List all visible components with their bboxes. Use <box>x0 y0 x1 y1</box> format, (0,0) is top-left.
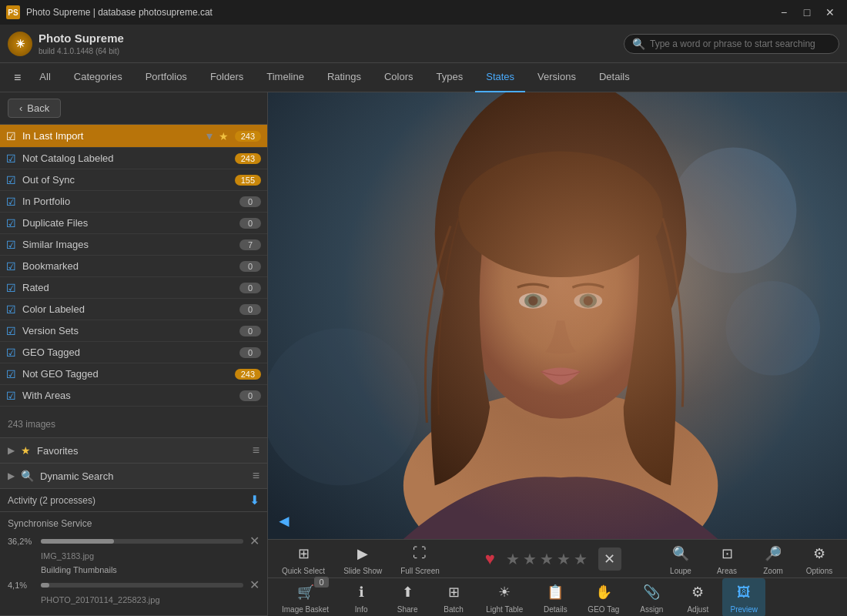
state-item-color-labeled[interactable]: ☑ Color Labeled 0 <box>0 299 267 320</box>
state-item-not-catalog-labeled[interactable]: ☑ Not Catalog Labeled 243 <box>0 148 267 169</box>
star-2[interactable]: ★ <box>523 550 537 568</box>
nav-arrow-left[interactable]: ◄ <box>276 511 293 531</box>
checkbox-icon: ☑ <box>6 174 16 186</box>
image-count: 243 images <box>0 411 267 437</box>
tab-types[interactable]: Types <box>426 63 474 92</box>
menu-icon[interactable]: ≡ <box>253 469 259 483</box>
light-table-button[interactable]: ☀ Light Table <box>478 578 531 616</box>
quick-select-button[interactable]: ⊞ Quick Select <box>274 540 333 578</box>
state-item-rated[interactable]: ☑ Rated 0 <box>0 277 267 299</box>
image-basket-button[interactable]: 🛒 0 Image Basket <box>274 578 336 616</box>
menu-icon[interactable]: ≡ <box>253 444 259 457</box>
details-button[interactable]: 📋 Details <box>534 578 577 616</box>
expand-arrow-icon: ▶ <box>8 470 15 481</box>
options-icon: ⚙ <box>808 543 830 564</box>
tab-portfolios[interactable]: Portfolios <box>135 63 198 92</box>
assign-label: Assign <box>640 605 663 614</box>
state-item-in-last-import[interactable]: ☑ In Last Import ▾ ★ 243 <box>0 125 267 148</box>
star-3[interactable]: ★ <box>540 550 554 568</box>
state-label: Not Catalog Labeled <box>22 152 229 164</box>
state-item-similar-images[interactable]: ☑ Similar Images 7 <box>0 234 267 256</box>
titlebar-left: PS Photo Supreme | database photosupreme… <box>6 5 213 19</box>
assign-icon: 📎 <box>641 581 662 603</box>
quick-select-label: Quick Select <box>282 567 325 575</box>
slide-show-label: Slide Show <box>343 567 382 575</box>
basket-badge: 0 <box>314 577 328 588</box>
preview-label: Preview <box>731 605 758 614</box>
search-input[interactable] <box>650 38 831 49</box>
tab-versions[interactable]: Versions <box>527 63 587 92</box>
window-controls[interactable]: − □ ✕ <box>773 5 841 20</box>
app-name: Photo Supreme <box>38 32 124 45</box>
photo-area: ◄ <box>268 92 847 539</box>
info-button[interactable]: ℹ Info <box>340 578 383 616</box>
file-label-2: PHOTO_20170114_225823.jpg <box>8 595 259 604</box>
assign-button[interactable]: 📎 Assign <box>630 578 673 616</box>
state-label: Bookmarked <box>22 260 233 272</box>
progress-row-1: 36,2% ✕ <box>8 534 259 548</box>
state-item-version-sets[interactable]: ☑ Version Sets 0 <box>0 320 267 342</box>
zoom-button[interactable]: 🔎 Zoom <box>752 540 795 578</box>
tab-categories[interactable]: Categories <box>63 63 133 92</box>
state-item-not-geo-tagged[interactable]: ☑ Not GEO Tagged 243 <box>0 363 267 385</box>
light-table-icon: ☀ <box>494 581 515 603</box>
maximize-button[interactable]: □ <box>796 5 818 20</box>
dynamic-search-section[interactable]: ▶ 🔍 Dynamic Search ≡ <box>0 464 267 489</box>
search-bar[interactable]: 🔍 <box>624 34 839 54</box>
state-label: GEO Tagged <box>22 346 233 358</box>
logo-icon: ☀ <box>8 32 32 56</box>
tab-ratings[interactable]: Ratings <box>316 63 372 92</box>
full-screen-button[interactable]: ⛶ Full Screen <box>393 540 447 578</box>
app-icon: PS <box>6 5 20 19</box>
titlebar: PS Photo Supreme | database photosupreme… <box>0 0 847 25</box>
tab-details[interactable]: Details <box>588 63 641 92</box>
state-item-with-areas[interactable]: ☑ With Areas 0 <box>0 385 267 407</box>
checkbox-icon: ☑ <box>6 390 16 402</box>
info-icon: ℹ <box>350 581 372 603</box>
state-item-geo-tagged[interactable]: ☑ GEO Tagged 0 <box>0 342 267 363</box>
areas-button[interactable]: ⊡ Areas <box>705 540 748 578</box>
close-button[interactable]: ✕ <box>819 5 841 20</box>
state-label: Rated <box>22 282 233 293</box>
tab-all[interactable]: All <box>28 63 61 92</box>
star-1[interactable]: ★ <box>506 550 520 568</box>
share-icon: ⬆ <box>397 581 418 603</box>
slide-show-button[interactable]: ▶ Slide Show <box>336 540 390 578</box>
star-icon: ★ <box>219 130 229 142</box>
back-button[interactable]: ‹ Back <box>8 99 61 118</box>
heart-icon[interactable]: ♥ <box>485 549 495 569</box>
state-label: Version Sets <box>22 325 233 336</box>
loupe-button[interactable]: 🔍 Loupe <box>659 540 702 578</box>
tab-folders[interactable]: Folders <box>199 63 254 92</box>
state-count: 0 <box>239 347 261 358</box>
preview-button[interactable]: 🖼 Preview <box>722 578 765 616</box>
geo-tag-button[interactable]: ✋ GEO Tag <box>580 578 627 616</box>
state-item-out-of-sync[interactable]: ☑ Out of Sync 155 <box>0 169 267 191</box>
batch-button[interactable]: ⊞ Batch <box>432 578 475 616</box>
state-item-duplicate-files[interactable]: ☑ Duplicate Files 0 <box>0 213 267 234</box>
state-label: Similar Images <box>22 239 233 250</box>
star-4[interactable]: ★ <box>557 550 571 568</box>
download-icon: ⬇ <box>249 493 259 507</box>
checkbox-icon: ☑ <box>6 346 16 359</box>
menu-icon[interactable]: ≡ <box>8 68 27 88</box>
options-button[interactable]: ⚙ Options <box>798 540 841 578</box>
portrait-overlay <box>268 92 847 539</box>
star-5[interactable]: ★ <box>574 550 588 568</box>
cancel-progress-2[interactable]: ✕ <box>249 578 259 592</box>
adjust-button[interactable]: ⚙ Adjust <box>676 578 719 616</box>
cancel-progress-1[interactable]: ✕ <box>249 534 259 548</box>
tab-states[interactable]: States <box>475 63 525 92</box>
search-icon: 🔍 <box>632 38 645 50</box>
state-item-bookmarked[interactable]: ☑ Bookmarked 0 <box>0 256 267 277</box>
reject-button[interactable]: ✕ <box>598 547 621 571</box>
favorites-section[interactable]: ▶ ★ Favorites ≡ <box>0 438 267 464</box>
share-button[interactable]: ⬆ Share <box>386 578 429 616</box>
sync-section: Synchronise Service 36,2% ✕ IMG_3183.jpg… <box>0 512 267 616</box>
tab-colors[interactable]: Colors <box>373 63 424 92</box>
state-item-in-portfolio[interactable]: ☑ In Portfolio 0 <box>0 191 267 213</box>
minimize-button[interactable]: − <box>773 5 795 20</box>
tab-timeline[interactable]: Timeline <box>256 63 315 92</box>
quick-select-icon: ⊞ <box>293 543 314 564</box>
progress-row-3: 4,1% ✕ <box>8 578 259 592</box>
